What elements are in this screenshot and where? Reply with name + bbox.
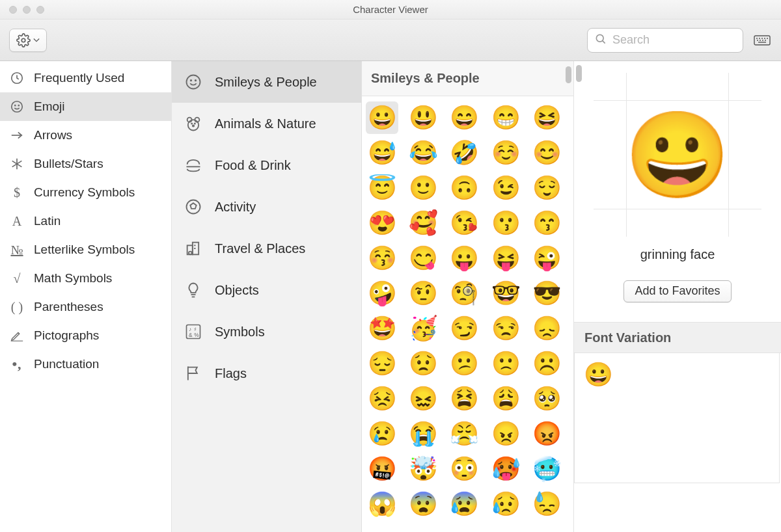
emoji-cell[interactable]: 😋 (407, 242, 439, 274)
emoji-cell[interactable]: 😗 (489, 207, 522, 239)
svg-point-24 (195, 80, 196, 81)
add-to-favorites-button[interactable]: Add to Favorites (623, 280, 731, 302)
subcategory-smileys-people[interactable]: Smileys & People (172, 61, 361, 103)
emoji-cell[interactable]: 😆 (531, 101, 564, 134)
emoji-cell[interactable]: 😊 (531, 137, 564, 169)
parentheses-icon: ( ) (9, 299, 25, 315)
search-field[interactable] (587, 28, 743, 53)
emoji-cell[interactable]: 😝 (489, 242, 522, 274)
emoji-cell[interactable]: 😥 (489, 488, 522, 520)
dollar-icon: $ (9, 185, 25, 200)
emoji-cell[interactable]: 🤪 (366, 277, 398, 310)
emoji-cell[interactable]: 🙃 (448, 172, 481, 204)
emoji-cell[interactable]: 🤓 (489, 277, 522, 310)
soccer-ball-icon (184, 197, 203, 217)
emoji-grid: 😀😃😄😁😆😅😂🤣☺️😊😇🙂🙃😉😌😍🥰😘😗😙😚😋😛😝😜🤪🤨🧐🤓😎🤩🥳😏😒😞😔😟😕🙁… (362, 96, 573, 532)
emoji-cell[interactable]: 🙁 (489, 347, 522, 380)
emoji-cell[interactable]: 😡 (531, 418, 564, 450)
zoom-window-button[interactable] (36, 6, 44, 14)
sidebar-item-math[interactable]: √ Math Symbols (0, 264, 171, 293)
emoji-cell[interactable]: 🥶 (531, 453, 564, 485)
keyboard-viewer-button[interactable] (752, 31, 772, 49)
emoji-cell[interactable]: 😠 (489, 418, 522, 450)
sidebar-item-currency[interactable]: $ Currency Symbols (0, 178, 171, 207)
minimize-window-button[interactable] (23, 6, 31, 14)
subcategory-food-drink[interactable]: Food & Drink (172, 144, 361, 186)
emoji-cell[interactable]: 🥺 (531, 382, 564, 415)
sidebar-item-label: Letterlike Symbols (34, 243, 135, 257)
emoji-cell[interactable]: 😛 (448, 242, 481, 274)
emoji-cell[interactable]: 😱 (366, 488, 398, 520)
emoji-cell[interactable]: 😇 (366, 172, 398, 204)
subcategory-travel-places[interactable]: Travel & Places (172, 228, 361, 269)
subcategory-activity[interactable]: Activity (172, 186, 361, 228)
emoji-cell[interactable]: 🤩 (366, 312, 398, 345)
sidebar-item-parentheses[interactable]: ( ) Parentheses (0, 293, 171, 321)
emoji-cell[interactable]: 😫 (448, 382, 481, 415)
emoji-cell[interactable]: 😄 (448, 101, 481, 134)
emoji-cell[interactable]: 😢 (366, 418, 398, 450)
emoji-cell[interactable]: 😳 (448, 453, 481, 485)
subcategory-objects[interactable]: Objects (172, 269, 361, 311)
emoji-cell[interactable]: 🤣 (448, 137, 481, 169)
settings-menu-button[interactable] (9, 29, 47, 52)
subcategory-symbols[interactable]: ♪♯&% Symbols (172, 311, 361, 352)
emoji-cell[interactable]: 🤨 (407, 277, 439, 310)
subcategory-flags[interactable]: Flags (172, 352, 361, 394)
emoji-cell[interactable]: 😜 (531, 242, 564, 274)
emoji-cell[interactable]: 😏 (448, 312, 481, 345)
emoji-cell[interactable]: 😔 (366, 347, 398, 380)
subcategory-label: Animals & Nature (215, 116, 316, 131)
emoji-cell[interactable]: 🥰 (407, 207, 439, 239)
emoji-cell[interactable]: 😞 (531, 312, 564, 345)
emoji-cell[interactable]: 😤 (448, 418, 481, 450)
emoji-cell[interactable]: 😣 (366, 382, 398, 415)
emoji-cell[interactable]: 😚 (366, 242, 398, 274)
emoji-cell[interactable]: 🧐 (448, 277, 481, 310)
emoji-cell[interactable]: 😉 (489, 172, 522, 204)
titlebar: Character Viewer (0, 0, 781, 20)
detail-scrollbar-thumb[interactable] (576, 65, 582, 82)
emoji-cell[interactable]: 😕 (448, 347, 481, 380)
emoji-cell[interactable]: 😂 (407, 137, 439, 169)
emoji-cell[interactable]: 😅 (366, 137, 398, 169)
emoji-cell[interactable]: 🤯 (407, 453, 439, 485)
emoji-cell[interactable]: 🤬 (366, 453, 398, 485)
emoji-cell[interactable]: ☺️ (489, 137, 522, 169)
close-window-button[interactable] (9, 6, 17, 14)
emoji-cell[interactable]: 😀 (366, 101, 398, 134)
sidebar-item-bullets-stars[interactable]: Bullets/Stars (0, 150, 171, 178)
emoji-cell[interactable]: 😖 (407, 382, 439, 415)
emoji-cell[interactable]: 😟 (407, 347, 439, 380)
sidebar-item-latin[interactable]: A Latin (0, 207, 171, 235)
emoji-cell[interactable]: 🙂 (407, 172, 439, 204)
latin-a-icon: A (9, 213, 25, 229)
emoji-cell[interactable]: ☹️ (531, 347, 564, 380)
sidebar-item-emoji[interactable]: Emoji (0, 92, 171, 121)
search-input[interactable] (612, 33, 736, 47)
emoji-cell[interactable]: 😰 (448, 488, 481, 520)
emoji-cell[interactable]: 😨 (407, 488, 439, 520)
emoji-cell[interactable]: 😃 (407, 101, 439, 134)
emoji-cell[interactable]: 🥵 (489, 453, 522, 485)
emoji-cell[interactable]: 😁 (489, 101, 522, 134)
emoji-cell[interactable]: 😍 (366, 207, 398, 239)
emoji-cell[interactable]: 😓 (531, 488, 564, 520)
emoji-cell[interactable]: 😘 (448, 207, 481, 239)
sidebar-item-pictographs[interactable]: Pictographs (0, 321, 171, 350)
sidebar-item-punctuation[interactable]: •, Punctuation (0, 350, 171, 379)
emoji-cell[interactable]: 😙 (531, 207, 564, 239)
sidebar-item-arrows[interactable]: Arrows (0, 121, 171, 150)
emoji-cell[interactable]: 😒 (489, 312, 522, 345)
emoji-cell[interactable]: 😩 (489, 382, 522, 415)
emoji-cell[interactable]: 😭 (407, 418, 439, 450)
svg-marker-33 (190, 203, 196, 209)
emoji-cell[interactable]: 😎 (531, 277, 564, 310)
grid-scrollbar-thumb[interactable] (566, 66, 571, 83)
sidebar-item-letterlike[interactable]: № Letterlike Symbols (0, 235, 171, 264)
subcategory-animals-nature[interactable]: Animals & Nature (172, 103, 361, 144)
font-variation-glyph[interactable]: 😀 (584, 361, 613, 388)
emoji-cell[interactable]: 🥳 (407, 312, 439, 345)
sidebar-item-frequently-used[interactable]: Frequently Used (0, 64, 171, 92)
emoji-cell[interactable]: 😌 (531, 172, 564, 204)
